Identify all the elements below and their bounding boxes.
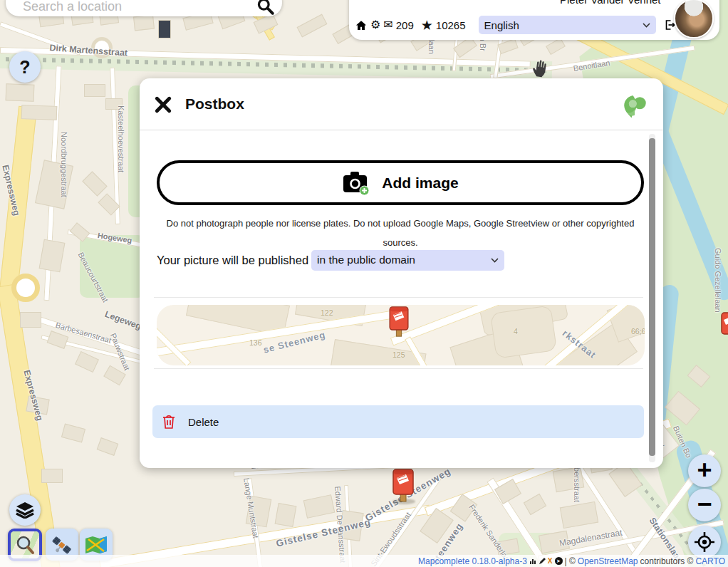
license-select[interactable]: in the public domain <box>311 250 504 271</box>
camera-icon <box>342 170 370 196</box>
avatar[interactable] <box>674 0 714 38</box>
scrollbar[interactable] <box>649 134 655 462</box>
postbox-dialog: Postbox Add image <box>140 78 663 468</box>
building <box>75 351 99 373</box>
scrollbar-thumb[interactable] <box>649 138 655 456</box>
building <box>687 365 711 387</box>
delete-label: Delete <box>188 416 219 428</box>
star-icon[interactable]: ★ <box>421 19 433 32</box>
license-value: in the public domain <box>317 254 415 266</box>
housenumber-label: 66;6 <box>631 327 645 335</box>
dialog-title: Postbox <box>185 95 244 113</box>
delete-button[interactable]: Delete <box>152 405 644 438</box>
attribution-sep: | © <box>565 556 576 566</box>
building <box>47 331 69 349</box>
zoom-out-button[interactable]: − <box>688 489 721 521</box>
help-button[interactable]: ? <box>9 51 41 83</box>
folded-map-icon <box>84 535 108 555</box>
street-label: Noordbruggestraat <box>60 132 68 197</box>
messages-icon[interactable]: ✉ <box>383 19 392 31</box>
stats-icon[interactable] <box>529 558 536 565</box>
building <box>560 501 598 529</box>
search-icon[interactable] <box>256 0 275 19</box>
street-label: obersstraat <box>573 463 581 502</box>
building <box>665 391 700 426</box>
magnifier-icon <box>14 534 36 556</box>
divider <box>154 297 643 298</box>
building <box>497 38 518 54</box>
postbox-marker[interactable] <box>392 469 414 503</box>
street-label: Guido Gezellelaan <box>714 248 722 313</box>
building <box>39 239 66 273</box>
mapcomplete-app: Dirk Martensstraat Noordbruggestraat Kas… <box>0 0 728 567</box>
photo-note: Do not photograph people nor license pla… <box>161 214 640 252</box>
building <box>70 222 90 242</box>
satellite-icon <box>51 534 73 556</box>
postbox-marker <box>389 306 409 338</box>
location-minimap[interactable]: se Steenweg rkstraat 122 136 125 4 66;6 <box>157 305 645 365</box>
gear-icon[interactable]: ⚙ <box>370 19 380 31</box>
building <box>297 14 328 38</box>
geolocate-button[interactable] <box>688 526 721 558</box>
building <box>20 312 41 328</box>
close-icon[interactable] <box>154 95 172 114</box>
user-bar: Pieter Vander Vennet ⚙ ✉ 209 ★ 10265 Eng… <box>349 0 719 40</box>
zoom-in-button[interactable]: + <box>688 454 721 487</box>
crosshair-icon <box>694 531 715 553</box>
attribution-mid: contributors © <box>640 556 694 566</box>
license-row: Your picture will be published in the pu… <box>157 249 504 271</box>
building <box>303 494 336 519</box>
trash-icon <box>162 414 176 430</box>
pen-icon[interactable] <box>539 558 546 565</box>
layers-icon <box>16 501 34 519</box>
help-label: ? <box>19 57 30 78</box>
postbox-marker-clipped[interactable] <box>721 312 728 343</box>
building <box>275 503 297 527</box>
home-icon[interactable] <box>355 19 368 31</box>
messages-count: 209 <box>396 19 414 31</box>
osm-link[interactable]: OpenStreetMap <box>578 556 638 566</box>
building <box>84 84 105 97</box>
stars-count: 10265 <box>436 19 466 31</box>
divider <box>154 368 643 369</box>
language-value: English <box>484 19 519 31</box>
building <box>61 423 85 442</box>
building <box>97 437 119 456</box>
hand-cursor-icon <box>529 56 552 80</box>
chevron-down-icon <box>491 258 499 263</box>
building <box>546 38 566 55</box>
attribution-bar: Mapcomplete 0.18.0-alpha-3 X ➤ | © OpenS… <box>0 555 728 567</box>
building <box>133 15 155 31</box>
building <box>82 171 107 196</box>
add-image-button[interactable]: Add image <box>157 160 644 205</box>
housenumber-label: 4 <box>514 327 518 335</box>
mapcomplete-logo-icon <box>622 94 648 121</box>
building <box>6 83 35 101</box>
housenumber-label: 136 <box>249 338 262 347</box>
building <box>158 20 171 38</box>
language-select[interactable]: English <box>479 16 656 34</box>
carto-link[interactable]: CARTO <box>695 556 725 566</box>
search-input[interactable] <box>21 0 249 15</box>
housenumber-label: 122 <box>321 308 333 317</box>
street-label: Kasteelhoevestraat <box>117 105 125 172</box>
josm-icon[interactable]: X <box>548 557 553 565</box>
chevron-down-icon <box>643 23 650 28</box>
housenumber-label: 125 <box>392 350 405 359</box>
mapcomplete-version-link[interactable]: Mapcomplete 0.18.0-alpha-3 <box>418 556 527 566</box>
road <box>157 314 191 365</box>
layers-button[interactable] <box>9 494 41 526</box>
username[interactable]: Pieter Vander Vennet <box>560 0 661 6</box>
minus-icon: − <box>697 491 712 517</box>
building <box>41 469 63 483</box>
building <box>524 494 547 515</box>
plus-icon: + <box>697 457 712 483</box>
arrow-icon[interactable]: ➤ <box>555 557 563 565</box>
building <box>21 105 58 120</box>
license-label: Your picture will be published <box>157 254 308 267</box>
building <box>494 479 521 504</box>
search-bar <box>6 0 282 16</box>
building <box>490 305 557 358</box>
building <box>98 193 120 215</box>
add-image-label: Add image <box>382 175 458 192</box>
